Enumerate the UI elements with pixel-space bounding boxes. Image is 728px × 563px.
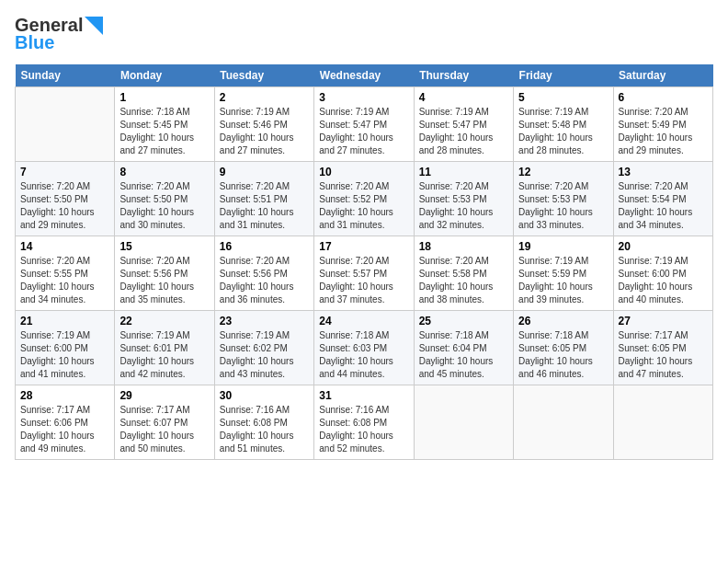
day-detail: Sunrise: 7:17 AM Sunset: 6:06 PM Dayligh… [20,404,109,455]
calendar-cell: 5Sunrise: 7:19 AM Sunset: 5:48 PM Daylig… [514,87,613,162]
weekday-header-row: SundayMondayTuesdayWednesdayThursdayFrid… [16,64,713,87]
day-number: 5 [518,91,608,104]
logo-chevron-icon [85,17,103,35]
calendar-cell: 8Sunrise: 7:20 AM Sunset: 5:50 PM Daylig… [115,162,214,236]
day-number: 8 [119,166,209,178]
weekday-header-wednesday: Wednesday [314,64,414,87]
day-number: 22 [119,315,209,327]
day-detail: Sunrise: 7:20 AM Sunset: 5:56 PM Dayligh… [119,255,209,306]
day-detail: Sunrise: 7:20 AM Sunset: 5:51 PM Dayligh… [220,180,309,232]
weekday-header-monday: Monday [115,64,214,87]
day-number: 14 [20,240,109,253]
calendar-week-3: 14Sunrise: 7:20 AM Sunset: 5:55 PM Dayli… [16,236,713,311]
day-number: 13 [619,166,708,178]
calendar-cell: 22Sunrise: 7:19 AM Sunset: 6:01 PM Dayli… [115,311,214,385]
day-number: 30 [220,389,309,402]
calendar-cell: 3Sunrise: 7:19 AM Sunset: 5:47 PM Daylig… [314,87,414,162]
day-detail: Sunrise: 7:20 AM Sunset: 5:50 PM Dayligh… [20,180,109,232]
day-detail: Sunrise: 7:19 AM Sunset: 5:59 PM Dayligh… [518,255,608,306]
weekday-header-thursday: Thursday [414,64,513,87]
calendar-cell: 26Sunrise: 7:18 AM Sunset: 6:05 PM Dayli… [514,311,613,385]
calendar-cell: 9Sunrise: 7:20 AM Sunset: 5:51 PM Daylig… [214,162,313,236]
day-detail: Sunrise: 7:20 AM Sunset: 5:56 PM Dayligh… [220,255,309,306]
calendar-week-1: 1Sunrise: 7:18 AM Sunset: 5:45 PM Daylig… [16,87,713,162]
day-number: 7 [20,166,109,178]
calendar-cell: 29Sunrise: 7:17 AM Sunset: 6:07 PM Dayli… [115,385,214,460]
day-number: 29 [119,389,209,402]
calendar-cell: 16Sunrise: 7:20 AM Sunset: 5:56 PM Dayli… [214,236,313,311]
day-number: 28 [20,389,109,402]
day-number: 15 [119,240,209,253]
calendar-cell: 13Sunrise: 7:20 AM Sunset: 5:54 PM Dayli… [613,162,712,236]
day-detail: Sunrise: 7:19 AM Sunset: 5:48 PM Dayligh… [518,106,608,157]
calendar-cell: 28Sunrise: 7:17 AM Sunset: 6:06 PM Dayli… [16,385,115,460]
day-number: 18 [419,240,508,253]
day-detail: Sunrise: 7:18 AM Sunset: 5:45 PM Dayligh… [119,106,209,157]
day-number: 1 [119,91,209,104]
day-detail: Sunrise: 7:19 AM Sunset: 5:47 PM Dayligh… [319,106,408,157]
day-number: 17 [319,240,408,253]
day-number: 19 [518,240,608,253]
calendar-cell: 21Sunrise: 7:19 AM Sunset: 6:00 PM Dayli… [16,311,115,385]
day-number: 24 [319,315,408,327]
calendar-cell: 15Sunrise: 7:20 AM Sunset: 5:56 PM Dayli… [115,236,214,311]
calendar-week-2: 7Sunrise: 7:20 AM Sunset: 5:50 PM Daylig… [16,162,713,236]
day-number: 20 [619,240,708,253]
calendar-cell: 18Sunrise: 7:20 AM Sunset: 5:58 PM Dayli… [414,236,513,311]
day-number: 3 [319,91,408,104]
calendar-table: SundayMondayTuesdayWednesdayThursdayFrid… [15,64,713,460]
day-number: 11 [419,166,508,178]
day-number: 10 [319,166,408,178]
day-number: 31 [319,389,408,402]
day-number: 2 [220,91,309,104]
weekday-header-sunday: Sunday [16,64,115,87]
calendar-cell: 19Sunrise: 7:19 AM Sunset: 5:59 PM Dayli… [514,236,613,311]
day-detail: Sunrise: 7:19 AM Sunset: 6:01 PM Dayligh… [119,329,209,381]
day-number: 16 [220,240,309,253]
calendar-cell: 12Sunrise: 7:20 AM Sunset: 5:53 PM Dayli… [514,162,613,236]
weekday-header-friday: Friday [514,64,613,87]
calendar-cell: 6Sunrise: 7:20 AM Sunset: 5:49 PM Daylig… [613,87,712,162]
day-number: 25 [419,315,508,327]
day-number: 23 [220,315,309,327]
calendar-cell: 10Sunrise: 7:20 AM Sunset: 5:52 PM Dayli… [314,162,414,236]
day-number: 6 [619,91,708,104]
day-detail: Sunrise: 7:19 AM Sunset: 6:02 PM Dayligh… [220,329,309,381]
calendar-cell [16,87,115,162]
day-detail: Sunrise: 7:20 AM Sunset: 5:53 PM Dayligh… [518,180,608,232]
day-detail: Sunrise: 7:16 AM Sunset: 6:08 PM Dayligh… [220,404,309,455]
calendar-cell: 27Sunrise: 7:17 AM Sunset: 6:05 PM Dayli… [613,311,712,385]
calendar-week-5: 28Sunrise: 7:17 AM Sunset: 6:06 PM Dayli… [16,385,713,460]
day-detail: Sunrise: 7:20 AM Sunset: 5:55 PM Dayligh… [20,255,109,306]
day-detail: Sunrise: 7:20 AM Sunset: 5:54 PM Dayligh… [619,180,708,232]
calendar-cell: 7Sunrise: 7:20 AM Sunset: 5:50 PM Daylig… [16,162,115,236]
svg-marker-0 [85,17,103,35]
calendar-cell: 17Sunrise: 7:20 AM Sunset: 5:57 PM Dayli… [314,236,414,311]
day-detail: Sunrise: 7:17 AM Sunset: 6:05 PM Dayligh… [619,329,708,381]
day-number: 9 [220,166,309,178]
day-number: 4 [419,91,508,104]
day-detail: Sunrise: 7:19 AM Sunset: 6:00 PM Dayligh… [619,255,708,306]
day-detail: Sunrise: 7:20 AM Sunset: 5:49 PM Dayligh… [619,106,708,157]
calendar-cell: 25Sunrise: 7:18 AM Sunset: 6:04 PM Dayli… [414,311,513,385]
day-detail: Sunrise: 7:17 AM Sunset: 6:07 PM Dayligh… [119,404,209,455]
day-number: 21 [20,315,109,327]
page-header: General Blue [15,15,713,53]
calendar-cell [414,385,513,460]
calendar-cell: 31Sunrise: 7:16 AM Sunset: 6:08 PM Dayli… [314,385,414,460]
day-detail: Sunrise: 7:20 AM Sunset: 5:52 PM Dayligh… [319,180,408,232]
day-number: 12 [518,166,608,178]
calendar-cell: 2Sunrise: 7:19 AM Sunset: 5:46 PM Daylig… [214,87,313,162]
weekday-header-tuesday: Tuesday [214,64,313,87]
calendar-cell: 30Sunrise: 7:16 AM Sunset: 6:08 PM Dayli… [214,385,313,460]
calendar-header: SundayMondayTuesdayWednesdayThursdayFrid… [16,64,713,87]
day-detail: Sunrise: 7:16 AM Sunset: 6:08 PM Dayligh… [319,404,408,455]
day-detail: Sunrise: 7:20 AM Sunset: 5:57 PM Dayligh… [319,255,408,306]
calendar-cell: 23Sunrise: 7:19 AM Sunset: 6:02 PM Dayli… [214,311,313,385]
calendar-cell: 20Sunrise: 7:19 AM Sunset: 6:00 PM Dayli… [613,236,712,311]
day-detail: Sunrise: 7:20 AM Sunset: 5:50 PM Dayligh… [119,180,209,232]
day-number: 26 [518,315,608,327]
day-detail: Sunrise: 7:18 AM Sunset: 6:03 PM Dayligh… [319,329,408,381]
day-detail: Sunrise: 7:20 AM Sunset: 5:58 PM Dayligh… [419,255,508,306]
day-detail: Sunrise: 7:19 AM Sunset: 5:46 PM Dayligh… [220,106,309,157]
